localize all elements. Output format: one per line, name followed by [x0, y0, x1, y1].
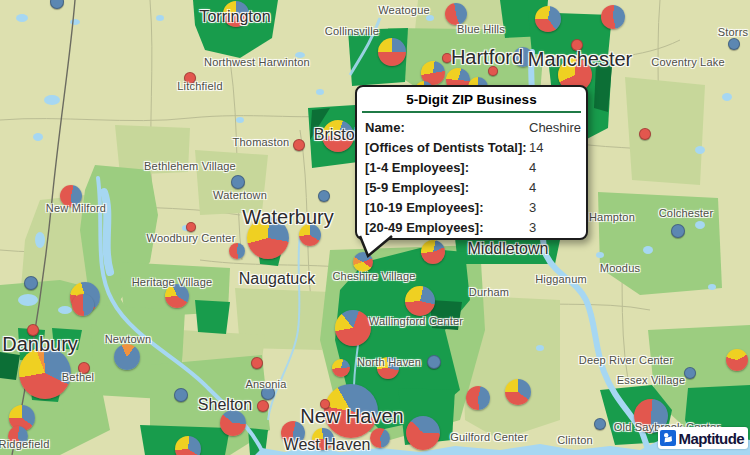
pie-chart-marker[interactable]	[223, 1, 249, 27]
point-marker[interactable]	[184, 72, 196, 84]
point-marker[interactable]	[186, 222, 196, 232]
map-label: Guilford Center	[450, 431, 528, 443]
popup-row-value: 3	[529, 198, 536, 218]
popup-divider	[362, 111, 581, 113]
popup-row: [1-4 Employees]: 4	[357, 158, 586, 178]
point-marker[interactable]	[24, 276, 38, 290]
pie-chart-marker[interactable]	[513, 47, 533, 67]
maptitude-logo-icon	[660, 430, 676, 446]
map-label: Weatogue	[378, 4, 430, 16]
map-label: Watertown	[213, 189, 267, 201]
map-viewport[interactable]: TorringtonWeatogueCollinsvilleBlue Hills…	[0, 0, 750, 455]
map-label: Moodus	[600, 262, 640, 274]
point-marker[interactable]	[671, 224, 685, 238]
point-marker[interactable]	[442, 53, 452, 63]
map-label: Clinton	[557, 434, 593, 446]
map-label: Hampton	[589, 211, 635, 223]
map-label: Naugatuck	[239, 270, 316, 288]
pie-chart-marker[interactable]	[281, 421, 305, 445]
point-marker[interactable]	[594, 418, 606, 430]
popup-row-label: Name:	[365, 120, 405, 135]
popup-row-label: [5-9 Employees]:	[365, 180, 469, 195]
pie-chart-marker[interactable]	[466, 386, 490, 410]
pie-chart-marker[interactable]	[165, 284, 189, 308]
pie-chart-marker[interactable]	[312, 428, 334, 450]
popup-row: Name: Cheshire	[357, 118, 586, 138]
map-label: Storrs	[718, 26, 749, 38]
popup-title: 5-Digit ZIP Business	[357, 87, 586, 111]
pie-chart-marker[interactable]	[726, 349, 748, 371]
map-label: Higganum	[535, 273, 587, 285]
pie-chart-marker[interactable]	[299, 224, 321, 246]
map-label: Middletown	[468, 240, 549, 258]
popup-pointer	[356, 234, 396, 258]
maptitude-logo: Maptitude	[658, 427, 748, 449]
point-marker[interactable]	[318, 190, 330, 202]
point-marker[interactable]	[571, 39, 583, 51]
pie-chart-marker[interactable]	[60, 185, 82, 207]
map-label: Coventry Lake	[651, 56, 725, 68]
pie-chart-marker[interactable]	[114, 344, 140, 370]
popup-row-label: [10-19 Employees]:	[365, 200, 484, 215]
pie-chart-marker[interactable]	[505, 379, 531, 405]
pie-chart-marker[interactable]	[220, 410, 246, 436]
pie-chart-marker[interactable]	[19, 347, 71, 399]
point-marker[interactable]	[50, 0, 64, 9]
pie-chart-marker[interactable]	[247, 217, 289, 259]
popup-row: [Offices of Dentists Total]: 14	[357, 138, 586, 158]
pie-chart-marker[interactable]	[378, 38, 406, 66]
popup-row-value: 14	[529, 138, 543, 158]
pie-chart-marker[interactable]	[370, 428, 390, 448]
pie-chart-marker[interactable]	[8, 426, 28, 446]
pie-chart-marker[interactable]	[405, 286, 435, 316]
point-marker[interactable]	[27, 324, 39, 336]
point-marker[interactable]	[257, 400, 269, 412]
map-label: Essex Village	[617, 374, 685, 386]
popup-row: [10-19 Employees]: 3	[357, 198, 586, 218]
pie-chart-marker[interactable]	[335, 310, 371, 346]
map-label: Cheshire Village	[332, 270, 415, 282]
map-label: Woodbury Center	[146, 232, 235, 244]
pie-chart-marker[interactable]	[324, 384, 378, 438]
popup-row-value: 4	[529, 158, 536, 178]
popup-row-value: 4	[529, 178, 536, 198]
point-marker[interactable]	[427, 355, 441, 369]
map-label: Colchester	[659, 207, 714, 219]
map-label: Bethlehem Village	[144, 160, 236, 172]
pie-chart-marker[interactable]	[421, 240, 445, 264]
pie-chart-marker[interactable]	[601, 5, 625, 29]
pie-chart-marker[interactable]	[175, 436, 201, 455]
pie-chart-marker[interactable]	[229, 243, 245, 259]
point-marker[interactable]	[293, 139, 305, 151]
popup-row-label: [1-4 Employees]:	[365, 160, 469, 175]
popup-row-label: [Offices of Dentists Total]:	[365, 140, 527, 155]
point-marker[interactable]	[684, 367, 696, 379]
pie-chart-marker[interactable]	[332, 359, 350, 377]
pie-chart-marker[interactable]	[535, 6, 561, 32]
popup-row-value: Cheshire	[529, 118, 581, 138]
map-label: Wallingford Center	[369, 315, 463, 327]
map-label: Deep River Center	[579, 354, 674, 366]
info-popup: 5-Digit ZIP Business Name: Cheshire [Off…	[355, 85, 588, 240]
pie-chart-marker[interactable]	[406, 416, 440, 450]
point-marker[interactable]	[488, 66, 498, 76]
point-marker[interactable]	[251, 357, 263, 369]
pie-chart-marker[interactable]	[322, 120, 354, 152]
map-label: Northwest Harwinton	[204, 56, 310, 68]
point-marker[interactable]	[231, 175, 245, 189]
map-label: Thomaston	[233, 136, 290, 148]
map-label: Durham	[469, 286, 509, 298]
point-marker[interactable]	[639, 128, 651, 140]
popup-row-label: [20-49 Employees]:	[365, 220, 484, 235]
pie-chart-marker[interactable]	[445, 3, 467, 25]
map-label: Collinsville	[325, 25, 379, 37]
point-marker[interactable]	[78, 362, 90, 374]
point-marker[interactable]	[728, 38, 740, 50]
pie-chart-marker[interactable]	[377, 357, 399, 379]
point-marker[interactable]	[261, 386, 275, 400]
pie-chart-marker[interactable]	[72, 294, 94, 316]
maptitude-logo-text: Maptitude	[679, 430, 744, 447]
point-marker[interactable]	[174, 388, 188, 402]
point-marker[interactable]	[320, 399, 330, 409]
popup-row-value: 3	[529, 218, 536, 238]
